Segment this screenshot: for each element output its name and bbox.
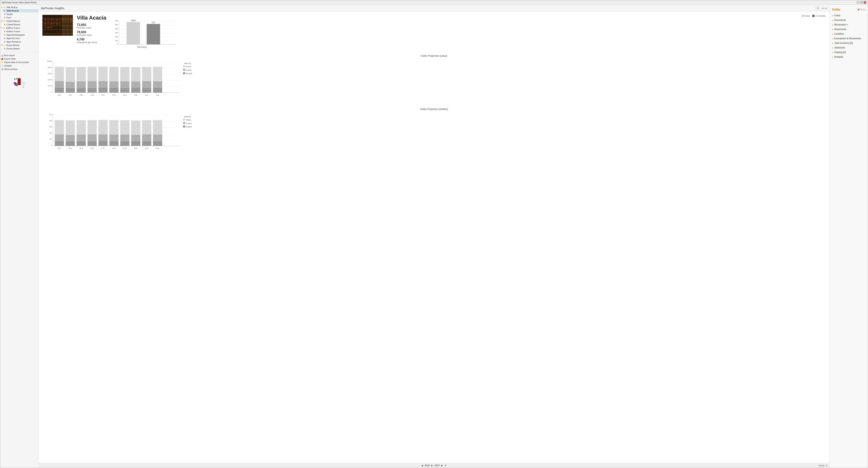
minimize-button[interactable]: —	[857, 1, 859, 4]
svg-text:2026: 2026	[90, 148, 94, 149]
svg-rect-131	[55, 141, 64, 146]
close-button[interactable]: ✕	[864, 1, 866, 4]
rp-bullet: ●	[832, 33, 833, 35]
sidebar-group-villa-acacia[interactable]: ▼ 📁 Villa Acacia	[0, 5, 38, 9]
next-right-button[interactable]: ▶	[441, 464, 443, 467]
svg-text:2025: 2025	[80, 148, 83, 149]
sidebar-logo-area	[0, 71, 38, 91]
sidebar-item-label: Chalet Bianca	[6, 23, 20, 26]
rp-item-label: Total inventory [G]	[834, 42, 853, 44]
svg-rect-14	[42, 29, 73, 30]
footer-right: Ready ↻	[447, 464, 828, 467]
svg-rect-75	[66, 88, 75, 93]
sidebar-item-edifice-futura[interactable]: 🍷 Edifice Futura	[2, 30, 38, 33]
sidebar-item-chalet-bianca[interactable]: 🍷 Chalet Bianca	[2, 23, 38, 26]
svg-text:Ready: Ready	[186, 119, 191, 121]
rp-item-movements-plus[interactable]: ● Movements +	[830, 22, 868, 27]
svg-point-26	[44, 22, 46, 25]
sidebar-action-export-data[interactable]: 📤 Export data	[0, 57, 38, 61]
svg-text:100000: 100000	[47, 61, 52, 62]
svg-text:400: 400	[115, 28, 118, 30]
rp-bullet: ●	[832, 56, 833, 58]
svg-rect-91	[109, 88, 119, 93]
rp-bullet: ●	[832, 19, 833, 21]
svg-text:2028: 2028	[112, 94, 116, 96]
rp-item-evaluations[interactable]: ● Evaluations & Movements -	[830, 36, 868, 41]
next-left-button[interactable]: ▶	[431, 464, 433, 467]
rp-item-cashflow[interactable]: ● Cashflow	[830, 32, 868, 36]
rp-bullet: ●	[832, 28, 833, 30]
right-panel: Cellar 📌 Aa aa ● Cellar ● Documents ● Mo…	[830, 5, 868, 468]
sidebar-action-run-report[interactable]: 📊 Run report	[0, 54, 38, 57]
sidebar-item-dunas-beach[interactable]: 🍷 Dunas Beach	[2, 47, 38, 50]
svg-text:2025: 2025	[80, 94, 83, 96]
svg-point-30	[56, 22, 58, 25]
filter-button[interactable]: ▼	[444, 464, 447, 467]
rp-item-cellar[interactable]: ● Cellar	[830, 13, 868, 18]
svg-point-28	[50, 22, 52, 25]
rp-item-addresses[interactable]: ● Addresses	[830, 45, 868, 50]
rp-item-catalog[interactable]: ● Catalog [G]	[830, 50, 868, 55]
sidebar-group-edifice-futura[interactable]: ▼ 📁 Edifice Futura	[0, 26, 38, 30]
svg-rect-134	[66, 135, 75, 141]
svg-text:200: 200	[115, 36, 118, 38]
svg-point-34	[50, 26, 52, 29]
svg-text:Maturing: Maturing	[184, 116, 191, 118]
rp-item-movements-minus[interactable]: ● Movements -	[830, 27, 868, 32]
svg-point-19	[53, 19, 55, 21]
cellar-image-svg	[42, 15, 73, 36]
sidebar-item-studio[interactable]: 🍷 Studio	[2, 12, 38, 16]
svg-rect-170	[183, 119, 185, 121]
svg-text:40000: 40000	[48, 79, 52, 81]
svg-rect-167	[153, 141, 162, 146]
refresh-button[interactable]: ↻	[826, 464, 828, 467]
pin-icon[interactable]: 📌	[857, 8, 860, 11]
app-header: MyPrivate Insights ↩ Aa aa	[38, 5, 830, 12]
sidebar-action-insights[interactable]: 📈 Insights	[0, 64, 38, 67]
svg-text:80000: 80000	[48, 67, 52, 68]
sidebar-item-appt-da-vinci[interactable]: 🍷 Appt Da Vinci	[2, 37, 38, 40]
legend-value: Value	[802, 15, 810, 17]
expand-icon: ▼	[1, 44, 3, 46]
svg-rect-130	[55, 134, 64, 141]
restore-button[interactable]: ❐	[860, 1, 863, 4]
title-bar: MyPrivate Family Office [Build 80287] — …	[0, 0, 868, 5]
svg-point-23	[64, 19, 67, 21]
prev-year-button[interactable]: ◀	[421, 464, 423, 467]
sidebar-group-chalet-bianca[interactable]: ▼ 📁 Chalet Bianca	[0, 19, 38, 23]
svg-rect-15	[42, 33, 73, 34]
sidebar-action-label: Export data & documents	[4, 61, 29, 63]
sidebar-action-label: Export data	[4, 58, 16, 60]
app-footer: ◀ 2020 ▶ 2023 ▶ ▼ Ready ↻	[38, 463, 830, 468]
sidebar: ▼ 📁 Villa Acacia 🍷 Villa Acacia 🍷 Studio…	[0, 5, 38, 468]
rp-item-documents[interactable]: ● Documents	[830, 18, 868, 22]
svg-rect-147	[98, 141, 107, 146]
sidebar-item-appt-amadeus[interactable]: 🍷 Appt Amadeus	[2, 40, 38, 43]
svg-rect-150	[109, 135, 119, 141]
sidebar-item-label: Appt Da Vinci	[6, 37, 20, 39]
rp-item-notepad[interactable]: ● Notepad	[830, 55, 868, 59]
legend-bottles: # of bottles	[812, 15, 826, 17]
rp-item-total-inventory[interactable]: ● Total inventory [G]	[830, 41, 868, 45]
sidebar-action-show-archive[interactable]: 🗃 Show archive	[0, 67, 38, 71]
svg-rect-157	[131, 120, 141, 137]
svg-text:Ready: Ready	[186, 66, 191, 68]
svg-text:2030: 2030	[134, 148, 137, 149]
sidebar-item-pool[interactable]: 🍷 Pool	[2, 16, 38, 19]
sidebar-item-appt-michelangelo[interactable]: 🍷 Appt Michelangelo	[2, 33, 38, 37]
sidebar-item-villa-acacia[interactable]: 🍷 Villa Acacia	[2, 9, 38, 12]
folder-icon: 📁	[3, 20, 6, 22]
sidebar-group-dunas-beach[interactable]: ▼ 📁 Dunas Beach	[0, 43, 38, 47]
back-button[interactable]: ↩	[816, 6, 820, 10]
svg-rect-143	[88, 141, 97, 146]
wine-icon: 🍷	[3, 13, 6, 15]
rp-bullet: ●	[832, 47, 833, 49]
property-stats: 73,860 Purchase value 78,600 Estimated v…	[77, 23, 107, 43]
svg-rect-95	[120, 88, 129, 93]
sidebar-action-export-data-docs[interactable]: 📁 Export data & documents	[0, 61, 38, 64]
font-icon[interactable]: Aa aa	[861, 8, 866, 11]
svg-rect-71	[55, 88, 64, 93]
purchase-value-label: Purchase value	[77, 27, 107, 29]
svg-point-17	[47, 19, 50, 21]
svg-text:600: 600	[50, 114, 52, 116]
